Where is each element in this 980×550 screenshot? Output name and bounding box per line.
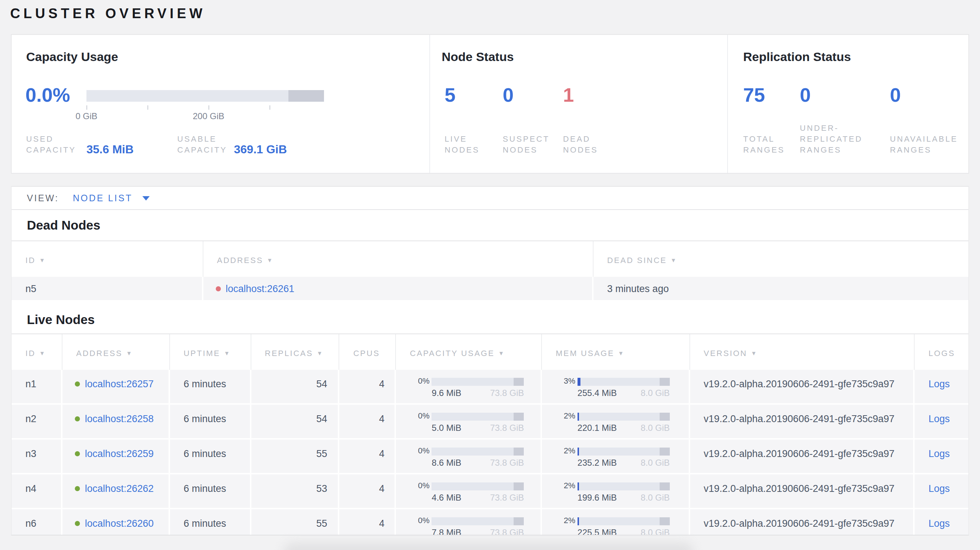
gauge-tick-label: 200 GiB: [193, 111, 224, 121]
usage-meter: 0%5.0 MiB73.8 GiB: [396, 405, 541, 438]
live-nodes-column-header-address[interactable]: ADDRESS▼: [62, 334, 170, 370]
node-address-link[interactable]: localhost:26257: [85, 378, 154, 389]
usage-values: 5.0 MiB73.8 GiB: [432, 423, 524, 433]
node-address-link[interactable]: localhost:26258: [85, 413, 154, 424]
live-nodes-column-header-id[interactable]: ID▼: [12, 334, 62, 370]
usage-percent-label: 2%: [542, 446, 575, 455]
gauge-tick: [86, 105, 87, 110]
node-address-link[interactable]: localhost:26260: [85, 518, 154, 529]
address-cell: localhost:26259: [62, 440, 169, 473]
view-selector-dropdown[interactable]: NODE LIST: [73, 193, 150, 203]
usage-total-value: 73.8 GiB: [490, 528, 524, 536]
live-nodes-header-row: ID▼ADDRESS▼UPTIME▼REPLICAS▼CPUSCAPACITY …: [12, 334, 968, 370]
capacity-usage-percent: 0.0%: [25, 84, 70, 107]
usage-used-value: 220.1 MiB: [578, 423, 617, 433]
replicas-cell: 55: [251, 440, 338, 473]
table-row: n3localhost:262596 minutes5540%8.6 MiB73…: [12, 440, 968, 473]
gauge-secondary-segment: [288, 90, 324, 102]
live-nodes-column-header-replicas[interactable]: REPLICAS▼: [251, 334, 340, 370]
usage-meter: 3%255.4 MiB8.0 GiB: [542, 370, 688, 403]
live-nodes-column-header-mem-usage[interactable]: MEM USAGE▼: [542, 334, 690, 370]
usable-capacity-label: USABLE CAPACITY: [177, 134, 238, 156]
replicas-cell: 54: [251, 405, 338, 438]
logs-link[interactable]: Logs: [928, 483, 950, 494]
node-address-link[interactable]: localhost:26259: [85, 448, 154, 459]
gauge-tick: [148, 105, 148, 110]
node-address-link[interactable]: localhost:26262: [85, 483, 154, 494]
live-nodes-column-header-version[interactable]: VERSION▼: [690, 334, 915, 370]
cpus-cell: 4: [340, 474, 395, 508]
dead-since-cell: 3 minutes ago: [593, 277, 968, 300]
usage-used-value: 225.5 MiB: [578, 528, 617, 536]
capacity-usage-title: Capacity Usage: [26, 50, 118, 65]
cluster-overview-page: CLUSTER OVERVIEW Capacity Usage 0.0% 0 G…: [0, 0, 980, 550]
usage-total-value: 8.0 GiB: [641, 458, 670, 468]
logs-cell: Logs: [915, 370, 968, 403]
usage-values: 7.8 MiB73.8 GiB: [432, 528, 524, 536]
uptime-cell: 6 minutes: [170, 405, 250, 438]
view-selected-value: NODE LIST: [73, 193, 132, 203]
logs-link[interactable]: Logs: [928, 448, 950, 459]
capacity-usage-cell: 0%4.6 MiB73.8 GiB: [396, 474, 541, 508]
live-nodes-column-header-logs: LOGS: [915, 334, 968, 370]
address-cell: localhost:26260: [62, 509, 169, 536]
version-cell: v19.2.0-alpha.20190606-2491-gfe735c9a97: [690, 509, 913, 536]
dead-status-dot: [215, 286, 221, 291]
uptime-cell: 6 minutes: [170, 474, 250, 508]
capacity-usage-cell: 0%5.0 MiB73.8 GiB: [396, 405, 541, 438]
usage-bar: [432, 378, 524, 386]
dead-nodes-heading: Dead Nodes: [12, 210, 968, 240]
usage-values: 255.4 MiB8.0 GiB: [578, 388, 670, 398]
cpus-cell: 4: [340, 370, 395, 403]
cpus-cell: 4: [340, 405, 395, 438]
usage-bar-fill: [578, 413, 579, 421]
node-id-cell: n3: [12, 440, 61, 473]
table-row: n4localhost:262626 minutes5340%4.6 MiB73…: [12, 474, 968, 508]
usage-bar: [432, 482, 524, 490]
replication-stat: 0UNAVAILABLE RANGES: [890, 35, 977, 173]
mem-usage-cell: 2%199.6 MiB8.0 GiB: [542, 474, 688, 508]
usage-values: 9.6 MiB73.8 GiB: [432, 388, 524, 398]
sort-desc-icon: ▼: [224, 350, 231, 357]
usage-total-value: 8.0 GiB: [641, 423, 670, 433]
table-row: n2localhost:262586 minutes5440%5.0 MiB73…: [12, 405, 968, 438]
live-status-dot: [75, 486, 80, 491]
usage-values: 225.5 MiB8.0 GiB: [578, 528, 670, 536]
usage-used-value: 8.6 MiB: [432, 458, 461, 468]
usage-percent-label: 0%: [396, 446, 430, 455]
node-address-link[interactable]: localhost:26261: [226, 283, 294, 294]
usage-bar-fill: [578, 378, 581, 386]
usage-bar-secondary-segment: [514, 482, 524, 490]
column-header-label: LOGS: [928, 349, 955, 358]
usage-used-value: 235.2 MiB: [578, 458, 617, 468]
usage-bar-fill: [578, 517, 579, 525]
usage-bar: [578, 413, 670, 421]
logs-link[interactable]: Logs: [928, 413, 950, 424]
dead-nodes-column-header-dead-since[interactable]: DEAD SINCE▼: [593, 241, 968, 277]
logs-link[interactable]: Logs: [928, 378, 950, 389]
usage-total-value: 73.8 GiB: [490, 423, 524, 433]
version-cell: v19.2.0-alpha.20190606-2491-gfe735c9a97: [690, 474, 913, 508]
usage-total-value: 8.0 GiB: [641, 388, 670, 398]
live-nodes-column-header-uptime[interactable]: UPTIME▼: [170, 334, 251, 370]
usage-values: 199.6 MiB8.0 GiB: [578, 493, 670, 503]
address-cell: localhost:26261: [203, 277, 592, 300]
usage-meter: 2%220.1 MiB8.0 GiB: [542, 405, 688, 438]
replicas-cell: 55: [251, 509, 338, 536]
replicas-cell: 54: [251, 370, 338, 403]
summary-divider: [727, 35, 728, 173]
version-cell: v19.2.0-alpha.20190606-2491-gfe735c9a97: [690, 405, 913, 438]
live-status-dot: [75, 382, 80, 386]
logs-cell: Logs: [915, 509, 968, 536]
dead-nodes-column-header-id[interactable]: ID▼: [12, 241, 203, 277]
dead-nodes-column-header-address[interactable]: ADDRESS▼: [203, 241, 593, 277]
usage-meter: 0%7.8 MiB73.8 GiB: [396, 509, 541, 536]
usage-meter: 0%9.6 MiB73.8 GiB: [396, 370, 541, 403]
gauge-tick: [208, 105, 209, 110]
usage-meter: 2%235.2 MiB8.0 GiB: [542, 440, 688, 473]
live-nodes-column-header-capacity-usage[interactable]: CAPACITY USAGE▼: [396, 334, 542, 370]
replication-stat-label: TOTAL RANGES: [743, 134, 801, 156]
logs-link[interactable]: Logs: [928, 518, 950, 529]
address-cell: localhost:26262: [62, 474, 169, 508]
usage-bar: [432, 448, 524, 456]
